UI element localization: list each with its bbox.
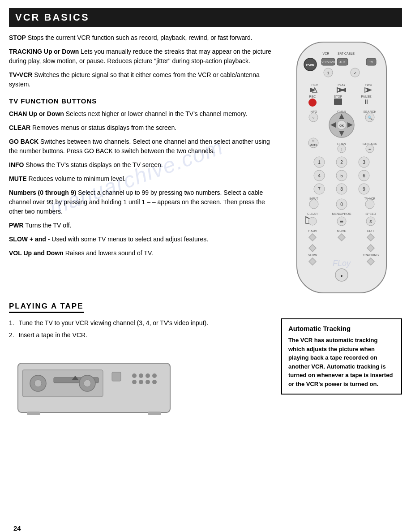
main-content: STOP Stops the current VCR function such…: [0, 27, 411, 297]
info-text: Shows the TV's status displays on the TV…: [24, 161, 163, 168]
svg-text:✓: ✓: [354, 71, 357, 75]
svg-point-119: [152, 380, 157, 384]
svg-text:6: 6: [363, 173, 365, 178]
mute-text: Reduces volume to minimum level.: [27, 175, 126, 182]
tvvcr-term: TV•VCR: [9, 71, 32, 78]
chan-block: CHAN Up or Down Selects next higher or l…: [9, 109, 272, 119]
svg-text:1: 1: [318, 160, 321, 165]
info-block: INFO Shows the TV's status displays on t…: [9, 160, 272, 170]
svg-text:VCR: VCR: [323, 52, 330, 55]
svg-text:EDIT: EDIT: [367, 229, 375, 232]
step-text-1: Tune the TV to your VCR viewing channel …: [19, 318, 208, 328]
slow-block: SLOW + and - Used with some TV menus to …: [9, 235, 272, 244]
svg-text:↩: ↩: [368, 147, 372, 151]
svg-rect-121: [148, 412, 161, 415]
svg-point-110: [84, 380, 91, 387]
tracking-term: TRACKING Up or Down: [9, 48, 79, 55]
remote-control-svg: VCR SAT-CABLE PWR VCR•DVD AUX TV: [288, 38, 395, 297]
mute-block: MUTE Reduces volume to minimum level.: [9, 174, 272, 184]
svg-text:0: 0: [340, 202, 343, 207]
svg-text:?: ?: [313, 116, 315, 120]
svg-rect-29: [334, 99, 342, 105]
svg-text:TRACKING: TRACKING: [363, 253, 379, 257]
svg-text:FWD: FWD: [365, 83, 372, 86]
lower-section: PLAYING A TAPE 1. Tune the TV to your VC…: [0, 297, 411, 423]
svg-text:9: 9: [363, 187, 365, 192]
step-item-2: 2. Insert a tape in the VCR.: [9, 330, 272, 340]
clear-text: Removes menus or status displays from th…: [30, 124, 176, 131]
svg-text:REV: REV: [312, 83, 318, 86]
pwr-block: PWR Turns the TV off.: [9, 221, 272, 230]
svg-text:SAT-CABLE: SAT-CABLE: [338, 52, 355, 55]
info-box-title: Automatic Tracking: [288, 325, 395, 332]
svg-text:N: N: [313, 139, 314, 142]
svg-text:MENU/PROG: MENU/PROG: [332, 212, 351, 215]
vol-text: Raises and lowers sound of TV.: [64, 249, 153, 257]
svg-text:⏸: ⏸: [363, 98, 369, 105]
clear-block: CLEAR Removes menus or status displays f…: [9, 123, 272, 133]
slow-term: SLOW + and -: [9, 236, 50, 243]
svg-point-112: [132, 373, 137, 378]
svg-text:↕: ↕: [341, 147, 342, 151]
svg-text:F ADV: F ADV: [308, 229, 317, 232]
remote-wrapper: VCR SAT-CABLE PWR VCR•DVD AUX TV: [281, 38, 402, 297]
svg-text:MOVE: MOVE: [337, 229, 347, 232]
svg-text:3: 3: [363, 160, 365, 165]
info-box-col: Automatic Tracking The VCR has automatic…: [281, 318, 402, 395]
page-container: VCR BASICS manuarchive.com STOP Stops th…: [0, 8, 411, 532]
clear-term: CLEAR: [9, 124, 30, 131]
step-num-2: 2.: [9, 330, 14, 340]
svg-point-118: [146, 380, 150, 384]
svg-text:2: 2: [340, 160, 343, 165]
svg-point-83: [308, 217, 317, 225]
svg-text:PAUSE: PAUSE: [361, 95, 372, 98]
svg-point-108: [34, 380, 42, 387]
stop-text: Stops the current VCR function such as r…: [26, 34, 253, 41]
svg-text:8: 8: [340, 187, 343, 192]
stop-block: STOP Stops the current VCR function such…: [9, 33, 272, 43]
step-item-1: 1. Tune the TV to your VCR viewing chann…: [9, 318, 272, 328]
svg-text:☰: ☰: [340, 219, 343, 224]
svg-point-113: [139, 373, 143, 378]
svg-rect-120: [27, 412, 40, 415]
svg-text:SLOW: SLOW: [308, 253, 317, 257]
step-num-1: 1.: [9, 318, 14, 328]
pwr-text: Turns the TV off.: [24, 222, 72, 229]
chan-term: CHAN Up or Down: [9, 110, 64, 117]
svg-point-115: [152, 373, 157, 378]
lower-columns: 1. Tune the TV to your VCR viewing chann…: [9, 318, 402, 423]
mute-term: MUTE: [9, 175, 27, 182]
tracking-block: TRACKING Up or Down Lets you manually re…: [9, 47, 272, 66]
chan-text: Selects next higher or lower channel in …: [64, 110, 247, 117]
steps-list: 1. Tune the TV to your VCR viewing chann…: [9, 318, 272, 340]
playing-tape-heading: PLAYING A TAPE: [9, 302, 84, 313]
numbers-block: Numbers (0 through 9) Select a channel u…: [9, 188, 272, 216]
svg-text:S: S: [369, 219, 372, 224]
vcr-image-col: 1. Tune the TV to your VCR viewing chann…: [9, 318, 272, 423]
tvvcr-text: Switches the picture signal so that it e…: [9, 71, 260, 88]
pwr-term: PWR: [9, 222, 24, 229]
tv-function-heading: TV FUNCTION BUTTONS: [9, 97, 272, 105]
svg-text:OK: OK: [339, 124, 344, 127]
right-column: VCR SAT-CABLE PWR VCR•DVD AUX TV: [281, 33, 402, 297]
svg-point-28: [308, 99, 317, 107]
vol-term: VOL Up and Down: [9, 249, 64, 257]
numbers-term: Numbers (0 through 9): [9, 189, 76, 196]
goback-block: GO BACK Switches between two channels. S…: [9, 137, 272, 156]
info-box: Automatic Tracking The VCR has automatic…: [281, 318, 402, 395]
svg-text:STOP: STOP: [334, 95, 342, 98]
svg-text:7: 7: [318, 187, 321, 192]
svg-text:5: 5: [340, 173, 343, 178]
svg-point-116: [132, 380, 137, 384]
svg-text:REC: REC: [309, 95, 316, 98]
svg-text:VCR•DVD: VCR•DVD: [321, 60, 335, 64]
goback-text: Switches between two channels. Select on…: [9, 138, 270, 154]
stop-term: STOP: [9, 34, 26, 41]
svg-text:MUTE: MUTE: [310, 144, 317, 146]
svg-text:🔍: 🔍: [368, 115, 373, 120]
svg-text:PLAY: PLAY: [338, 83, 346, 86]
info-term: INFO: [9, 161, 24, 168]
svg-text:4: 4: [318, 173, 321, 178]
svg-text:1: 1: [327, 71, 329, 75]
slow-text: Used with some TV menus to select and ad…: [50, 236, 208, 243]
